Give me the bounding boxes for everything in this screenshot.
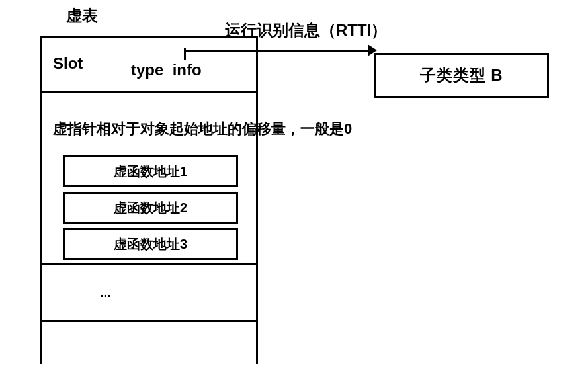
vfunc-ellipsis: ... <box>42 263 256 322</box>
typeinfo-label: type_info <box>131 61 202 79</box>
offset-description: 虚指针相对于对象起始地址的偏移量，一般是0 <box>53 119 352 139</box>
pointer-arrow-line <box>185 50 374 52</box>
slot-label: Slot <box>53 54 83 73</box>
vfunc-row-2: 虚函数地址2 <box>63 192 238 224</box>
subclass-type-box: 子类类型 B <box>374 53 549 98</box>
vfunc-row-3: 虚函数地址3 <box>63 228 238 260</box>
vfunc-row-1: 虚函数地址1 <box>63 155 238 187</box>
vtable-title: 虚表 <box>66 5 98 26</box>
